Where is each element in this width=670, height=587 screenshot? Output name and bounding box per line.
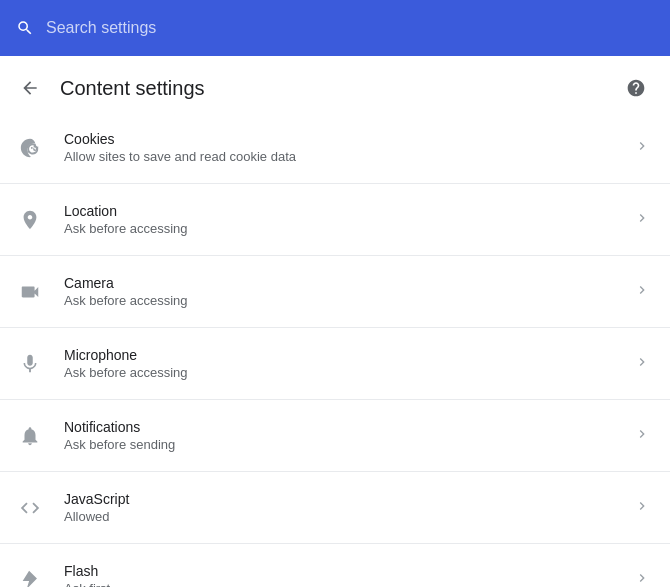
help-button[interactable] bbox=[622, 74, 650, 102]
microphone-title: Microphone bbox=[64, 347, 614, 363]
camera-icon bbox=[16, 281, 44, 303]
notifications-content: Notifications Ask before sending bbox=[64, 419, 614, 452]
content-settings-title: Content settings bbox=[60, 77, 205, 100]
cookies-icon bbox=[16, 137, 44, 159]
javascript-icon bbox=[16, 497, 44, 519]
settings-item-location[interactable]: Location Ask before accessing bbox=[0, 184, 670, 256]
location-subtitle: Ask before accessing bbox=[64, 221, 614, 236]
settings-item-microphone[interactable]: Microphone Ask before accessing bbox=[0, 328, 670, 400]
camera-subtitle: Ask before accessing bbox=[64, 293, 614, 308]
settings-item-camera[interactable]: Camera Ask before accessing bbox=[0, 256, 670, 328]
microphone-content: Microphone Ask before accessing bbox=[64, 347, 614, 380]
settings-item-notifications[interactable]: Notifications Ask before sending bbox=[0, 400, 670, 472]
microphone-arrow bbox=[634, 354, 650, 374]
cookies-title: Cookies bbox=[64, 131, 614, 147]
javascript-content: JavaScript Allowed bbox=[64, 491, 614, 524]
camera-content: Camera Ask before accessing bbox=[64, 275, 614, 308]
camera-arrow bbox=[634, 282, 650, 302]
back-button[interactable] bbox=[16, 74, 44, 102]
notifications-title: Notifications bbox=[64, 419, 614, 435]
location-arrow bbox=[634, 210, 650, 230]
javascript-subtitle: Allowed bbox=[64, 509, 614, 524]
flash-subtitle: Ask first bbox=[64, 581, 614, 587]
flash-icon bbox=[16, 569, 44, 588]
javascript-title: JavaScript bbox=[64, 491, 614, 507]
settings-item-javascript[interactable]: JavaScript Allowed bbox=[0, 472, 670, 544]
flash-arrow bbox=[634, 570, 650, 588]
content-header-left: Content settings bbox=[16, 74, 205, 102]
content-header: Content settings bbox=[0, 56, 670, 112]
javascript-arrow bbox=[634, 498, 650, 518]
settings-item-cookies[interactable]: Cookies Allow sites to save and read coo… bbox=[0, 112, 670, 184]
microphone-subtitle: Ask before accessing bbox=[64, 365, 614, 380]
microphone-icon bbox=[16, 353, 44, 375]
camera-title: Camera bbox=[64, 275, 614, 291]
search-input[interactable] bbox=[46, 19, 654, 37]
cookies-content: Cookies Allow sites to save and read coo… bbox=[64, 131, 614, 164]
location-icon bbox=[16, 209, 44, 231]
notifications-subtitle: Ask before sending bbox=[64, 437, 614, 452]
location-content: Location Ask before accessing bbox=[64, 203, 614, 236]
cookies-arrow bbox=[634, 138, 650, 158]
settings-item-flash[interactable]: Flash Ask first bbox=[0, 544, 670, 587]
flash-title: Flash bbox=[64, 563, 614, 579]
search-icon bbox=[16, 19, 34, 37]
cookies-subtitle: Allow sites to save and read cookie data bbox=[64, 149, 614, 164]
flash-content: Flash Ask first bbox=[64, 563, 614, 587]
settings-list: Cookies Allow sites to save and read coo… bbox=[0, 112, 670, 587]
search-header bbox=[0, 0, 670, 56]
notifications-arrow bbox=[634, 426, 650, 446]
location-title: Location bbox=[64, 203, 614, 219]
notifications-icon bbox=[16, 425, 44, 447]
